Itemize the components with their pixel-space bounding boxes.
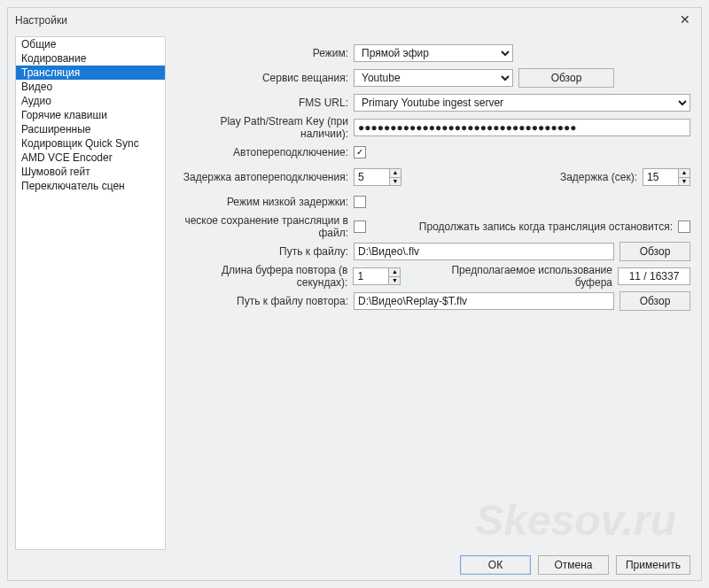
streamkey-label: Play Path/Stream Key (при наличии): <box>175 115 348 140</box>
mode-label: Режим: <box>175 47 348 59</box>
sidebar-item[interactable]: Горячие клавиши <box>16 108 165 122</box>
close-icon[interactable]: ✕ <box>676 12 694 29</box>
bufuse-label: Предполагаемое использование буфера <box>411 264 612 289</box>
buflen-spinner[interactable]: ▲▼ <box>353 267 401 285</box>
rpath-input[interactable] <box>354 292 614 310</box>
rpath-browse-button[interactable]: Обзор <box>619 291 690 311</box>
sidebar-item[interactable]: Общие <box>16 37 165 51</box>
bufuse-value <box>618 267 690 285</box>
cancel-button[interactable]: Отмена <box>538 555 609 575</box>
keeprec-label: Продолжать запись когда трансляция остан… <box>419 220 673 233</box>
savefile-checkbox[interactable] <box>354 220 366 233</box>
settings-window: Настройки ✕ ОбщиеКодированиеТрансляцияВи… <box>7 7 702 581</box>
settings-form: Режим: Прямой эфир Сервис вещания: Youtu… <box>171 36 694 550</box>
path-label: Путь к файлу: <box>175 245 348 258</box>
path-browse-button[interactable]: Обзор <box>619 242 690 261</box>
delay-label: Задержка (сек): <box>560 171 637 183</box>
dialog-button-bar: ОК Отмена Применить <box>8 550 701 580</box>
delay-input[interactable] <box>643 168 678 186</box>
spin-up-icon[interactable]: ▲ <box>388 267 401 276</box>
spin-down-icon[interactable]: ▼ <box>388 276 401 285</box>
sidebar-item[interactable]: Кодирование <box>16 51 165 66</box>
service-label: Сервис вещания: <box>175 72 348 84</box>
sidebar-item[interactable]: Аудио <box>16 94 165 108</box>
recdelay-input[interactable] <box>354 168 389 186</box>
lowlat-checkbox[interactable] <box>354 196 366 208</box>
reconnect-label: Автопереподключение: <box>175 146 348 159</box>
rpath-label: Путь к файлу повтора: <box>175 295 348 307</box>
spin-down-icon[interactable]: ▼ <box>678 177 690 186</box>
sidebar-item[interactable]: Трансляция <box>16 66 165 80</box>
service-select[interactable]: Youtube <box>354 69 513 87</box>
sidebar-item[interactable]: Шумовой гейт <box>16 165 165 179</box>
window-title: Настройки <box>15 14 67 27</box>
sidebar-item[interactable]: Кодировщик Quick Sync <box>16 136 165 151</box>
service-browse-button[interactable]: Обзор <box>518 68 614 88</box>
streamkey-input[interactable] <box>354 119 690 136</box>
spin-up-icon[interactable]: ▲ <box>678 168 690 177</box>
reconnect-checkbox[interactable]: ✓ <box>354 146 366 159</box>
fms-select[interactable]: Primary Youtube ingest server <box>354 94 690 112</box>
path-input[interactable] <box>354 243 614 260</box>
buflen-label: Длина буфера повтора (в секундах): <box>175 264 347 289</box>
lowlat-label: Режим низкой задержки: <box>175 196 348 208</box>
delay-spinner[interactable]: ▲▼ <box>643 168 690 186</box>
sidebar-item[interactable]: Видео <box>16 80 165 94</box>
savefile-label: ческое сохранение трансляции в файл: <box>175 214 348 239</box>
keeprec-checkbox[interactable] <box>678 220 690 233</box>
mode-select[interactable]: Прямой эфир <box>354 44 513 62</box>
category-sidebar: ОбщиеКодированиеТрансляцияВидеоАудиоГоря… <box>15 36 166 550</box>
fms-label: FMS URL: <box>175 97 348 109</box>
spin-up-icon[interactable]: ▲ <box>389 168 401 177</box>
apply-button[interactable]: Применить <box>616 555 690 575</box>
sidebar-item[interactable]: Расширенные <box>16 122 165 136</box>
recdelay-label: Задержка автопереподключения: <box>175 171 348 183</box>
title-bar: Настройки ✕ <box>8 8 701 33</box>
recdelay-spinner[interactable]: ▲▼ <box>354 168 401 186</box>
buflen-input[interactable] <box>353 267 388 285</box>
sidebar-item[interactable]: Переключатель сцен <box>16 179 165 193</box>
spin-down-icon[interactable]: ▼ <box>389 177 401 186</box>
sidebar-item[interactable]: AMD VCE Encoder <box>16 151 165 165</box>
ok-button[interactable]: ОК <box>460 555 531 575</box>
